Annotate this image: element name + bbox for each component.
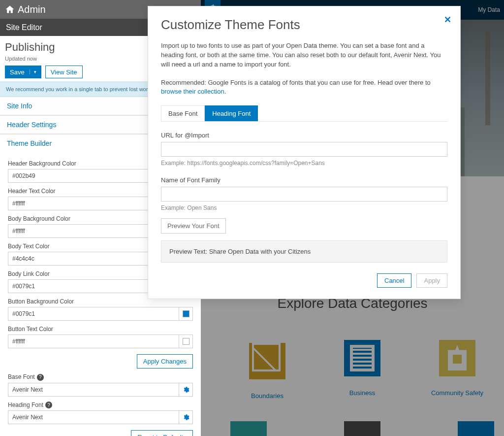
help-icon[interactable]: ? (37, 374, 44, 381)
button-text-swatch[interactable] (179, 335, 193, 348)
gear-icon (183, 414, 189, 421)
cancel-button[interactable]: Cancel (377, 273, 411, 288)
button-text-input[interactable] (8, 335, 179, 348)
field-base-font: Base Font? (8, 373, 193, 397)
heading-font-input[interactable] (8, 410, 179, 424)
button-bg-input[interactable] (8, 307, 179, 321)
field-button-bg: Button Background Color (8, 298, 193, 321)
apply-changes-button[interactable]: Apply Changes (137, 354, 193, 369)
tab-base-font[interactable]: Base Font (161, 105, 205, 121)
import-url-hint: Example: https://fonts.googleapis.com/cs… (161, 160, 447, 167)
modal-title: Customize Theme Fonts (161, 17, 447, 33)
modal-desc-2: Recommended: Google Fonts is a catalog o… (161, 78, 447, 97)
tab-heading-font[interactable]: Heading Font (205, 105, 258, 121)
field-font-family-name: Name of Font Family Example: Open Sans (161, 176, 447, 211)
view-site-button[interactable]: View Site (45, 66, 83, 78)
font-preview-text: Preview Text: Share Open Data with your … (161, 240, 447, 263)
preview-font-button[interactable]: Preview Your Font (161, 218, 226, 234)
browse-fonts-link[interactable]: browse their collection (161, 88, 224, 95)
save-button[interactable]: Save ▾ (5, 66, 41, 78)
reset-defaults-button[interactable]: Reset to Defaults (131, 430, 193, 436)
font-family-input[interactable] (161, 187, 447, 201)
import-url-input[interactable] (161, 142, 447, 157)
apply-button[interactable]: Apply (416, 273, 447, 288)
base-font-gear-button[interactable] (179, 383, 193, 397)
field-heading-font: Heading Font? (8, 402, 193, 425)
field-button-text: Button Text Color (8, 326, 193, 348)
heading-font-gear-button[interactable] (179, 410, 193, 424)
chevron-down-icon[interactable]: ▾ (30, 69, 36, 74)
modal-desc-1: Import up to two fonts to use as part of… (161, 41, 447, 69)
font-tabs: Base Font Heading Font (161, 105, 447, 122)
help-icon[interactable]: ? (45, 402, 52, 408)
field-import-url: URL for @Import Example: https://fonts.g… (161, 132, 447, 167)
home-icon (5, 4, 15, 14)
button-bg-swatch[interactable] (179, 307, 193, 321)
base-font-input[interactable] (8, 383, 179, 397)
customize-fonts-modal: ✕ Customize Theme Fonts Import up to two… (148, 6, 461, 299)
gear-icon (183, 386, 189, 393)
font-family-hint: Example: Open Sans (161, 204, 447, 211)
close-icon[interactable]: ✕ (444, 14, 451, 25)
